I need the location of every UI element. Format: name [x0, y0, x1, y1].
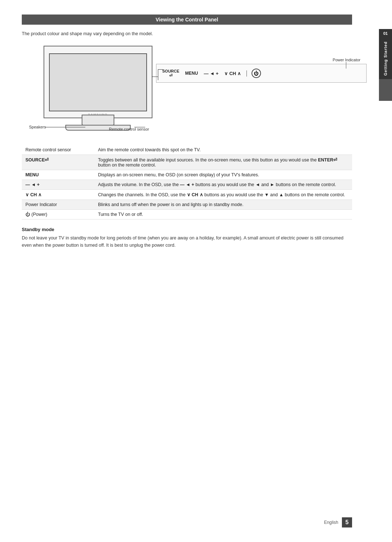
- table-definition: Adjusts the volume. In the OSD, use the …: [94, 180, 352, 190]
- side-tab: 01 Getting Started: [379, 29, 392, 101]
- table-row: Power IndicatorBlinks and turns off when…: [22, 200, 352, 210]
- table-definition: Aim the remote control towards this spot…: [94, 145, 352, 155]
- label-remote-sensor: Remote control sensor: [109, 127, 149, 131]
- side-tab-text: Getting Started: [382, 38, 389, 79]
- connector-line-h: [152, 77, 158, 77]
- line-speakers: [45, 127, 85, 127]
- table-term: MENU: [22, 170, 94, 180]
- description-table: Remote control sensorAim the remote cont…: [22, 145, 352, 219]
- table-term: ⏻ (Power): [22, 210, 94, 219]
- table-row: ⏻ (Power)Turns the TV on or off.: [22, 210, 352, 219]
- tv-diagram: SAMSUNG Speakers Remote control sensor P…: [22, 42, 352, 136]
- table-term: Power Indicator: [22, 200, 94, 210]
- connector-line-h2: [158, 69, 163, 70]
- standby-section: Standby mode Do not leave your TV in sta…: [22, 227, 352, 249]
- table-term: Remote control sensor: [22, 145, 94, 155]
- table-term: SOURCE⏎: [22, 155, 94, 170]
- source-icon: ⏎: [169, 73, 172, 78]
- connector-line-v2: [158, 69, 158, 80]
- table-row: MENUDisplays an on-screen menu, the OSD …: [22, 170, 352, 180]
- footer-lang: English: [324, 520, 338, 525]
- table-row: ∨ CH ∧Changes the channels. In the OSD, …: [22, 190, 352, 200]
- table-definition: Turns the TV on or off.: [94, 210, 352, 219]
- subtitle: The product colour and shape may vary de…: [22, 31, 352, 36]
- control-panel-inner: SOURCE ⏎ MENU — ◄ + ∨ CH ∧ │ ⏻: [162, 69, 360, 78]
- power-button: ⏻: [252, 69, 261, 78]
- side-tab-number: 01: [383, 29, 388, 38]
- table-row: — ◄ +Adjusts the volume. In the OSD, use…: [22, 180, 352, 190]
- table-definition: Blinks and turns off when the power is o…: [94, 200, 352, 210]
- table-definition: Changes the channels. In the OSD, use th…: [94, 190, 352, 200]
- label-speakers: Speakers: [29, 125, 46, 129]
- side-tab-bar: [379, 79, 392, 101]
- menu-label: MENU: [185, 71, 198, 76]
- main-content: Viewing the Control Panel The product co…: [22, 15, 352, 249]
- power-indicator-line: [346, 62, 346, 69]
- table-term: — ◄ +: [22, 180, 94, 190]
- standby-title: Standby mode: [22, 227, 352, 232]
- separator: │: [245, 70, 249, 76]
- footer-page: 5: [342, 517, 352, 527]
- line-remote-sensor-line: [134, 127, 145, 127]
- power-indicator-label: Power Indicator: [333, 58, 360, 62]
- volume-label: — ◄ +: [204, 71, 219, 76]
- table-definition: Toggles between all the available input …: [94, 155, 352, 170]
- table-term: ∨ CH ∧: [22, 190, 94, 200]
- tv-body: SAMSUNG: [44, 46, 152, 118]
- section-header: Viewing the Control Panel: [22, 15, 352, 25]
- power-icon: ⏻: [254, 71, 258, 76]
- page-footer: English 5: [324, 517, 352, 527]
- control-panel: Power Indicator SOURCE ⏎ MENU — ◄ + ∨ CH…: [156, 64, 367, 83]
- tv-screen: [49, 53, 147, 111]
- table-row: Remote control sensorAim the remote cont…: [22, 145, 352, 155]
- source-label: SOURCE: [162, 69, 179, 73]
- tv-stand: [82, 115, 114, 126]
- source-button: SOURCE ⏎: [162, 69, 179, 78]
- table-definition: Displays an on-screen menu, the OSD (on …: [94, 170, 352, 180]
- ch-label: ∨ CH ∧: [224, 71, 241, 76]
- table-row: SOURCE⏎Toggles between all the available…: [22, 155, 352, 170]
- standby-text: Do not leave your TV in standby mode for…: [22, 234, 352, 249]
